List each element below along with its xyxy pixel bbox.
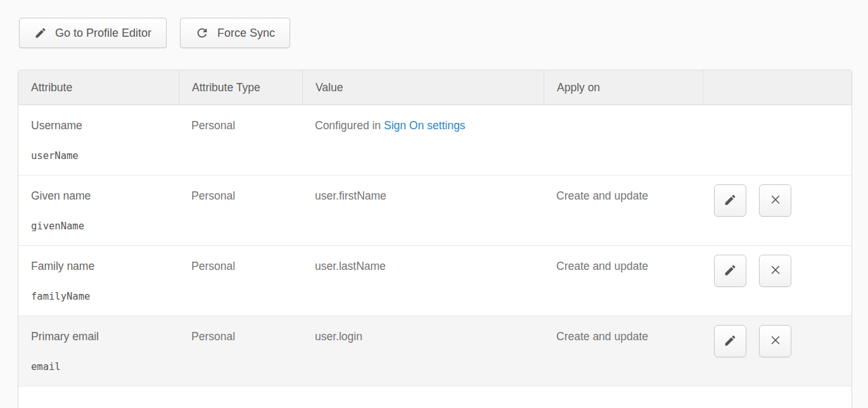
edit-icon <box>724 193 737 208</box>
attribute-value-cell: user.login <box>302 316 544 386</box>
header-apply-on: Apply on <box>544 70 703 105</box>
edit-attribute-button[interactable] <box>714 255 746 287</box>
attribute-label: Given name <box>31 189 166 203</box>
table-row: Primary email email Personal user.login … <box>18 316 852 386</box>
sign-on-settings-link[interactable]: Sign On settings <box>384 119 465 132</box>
row-actions <box>703 316 852 386</box>
apply-on-cell: Create and update <box>544 316 703 386</box>
table-body: Username userName Personal Configured in… <box>18 105 852 386</box>
go-to-profile-editor-label: Go to Profile Editor <box>55 27 151 40</box>
table-header-row: Attribute Attribute Type Value Apply on <box>18 70 852 105</box>
attribute-type-cell: Personal <box>179 175 302 245</box>
value-text: user.firstName <box>315 189 386 202</box>
delete-attribute-button[interactable] <box>759 255 791 287</box>
delete-attribute-button[interactable] <box>759 325 791 357</box>
value-text: Configured in <box>315 119 384 132</box>
table-row: Given name givenName Personal user.first… <box>18 175 852 246</box>
attribute-type-cell: Personal <box>179 316 302 386</box>
attribute-cell: Given name givenName <box>18 175 179 245</box>
apply-on-cell <box>544 105 703 175</box>
attribute-value-cell: user.lastName <box>302 246 544 316</box>
pencil-icon <box>34 27 47 39</box>
value-text: user.login <box>315 330 362 343</box>
attribute-variable-name: givenName <box>31 219 166 233</box>
apply-on-cell: Create and update <box>544 175 703 245</box>
attribute-type-cell: Personal <box>179 105 302 175</box>
header-value: Value <box>302 70 544 105</box>
attribute-cell: Username userName <box>18 105 179 175</box>
edit-attribute-button[interactable] <box>714 184 746 217</box>
toolbar: Go to Profile Editor Force Sync <box>19 18 290 48</box>
header-attribute-type: Attribute Type <box>179 70 302 105</box>
close-icon <box>769 193 782 208</box>
attribute-variable-name: userName <box>31 149 166 163</box>
attribute-label: Primary email <box>31 329 166 343</box>
attribute-mappings-table: Attribute Attribute Type Value Apply on … <box>18 70 852 408</box>
attribute-value-cell: Configured in Sign On settings <box>302 105 544 175</box>
attribute-cell: Family name familyName <box>18 246 179 316</box>
row-actions <box>703 246 852 316</box>
apply-on-cell: Create and update <box>544 246 703 316</box>
edit-icon <box>724 334 737 349</box>
attribute-type-cell: Personal <box>179 246 302 316</box>
attribute-variable-name: familyName <box>31 290 166 303</box>
table-row: Family name familyName Personal user.las… <box>18 246 852 316</box>
attribute-label: Family name <box>31 259 166 273</box>
header-actions <box>703 70 852 105</box>
header-attribute: Attribute <box>18 70 179 105</box>
attribute-variable-name: email <box>31 360 166 374</box>
row-actions <box>703 175 852 245</box>
force-sync-label: Force Sync <box>217 27 275 40</box>
value-text: user.lastName <box>315 260 386 272</box>
edit-icon <box>724 264 737 279</box>
edit-attribute-button[interactable] <box>714 325 746 357</box>
attribute-value-cell: user.firstName <box>302 175 544 245</box>
close-icon <box>769 264 782 278</box>
empty-row <box>18 386 852 408</box>
force-sync-button[interactable]: Force Sync <box>180 18 290 48</box>
delete-attribute-button[interactable] <box>759 184 791 217</box>
go-to-profile-editor-button[interactable]: Go to Profile Editor <box>19 18 167 48</box>
attribute-label: Username <box>31 118 166 132</box>
refresh-icon <box>195 26 209 40</box>
close-icon <box>769 334 782 348</box>
attribute-cell: Primary email email <box>18 316 179 386</box>
table-row: Username userName Personal Configured in… <box>18 105 852 175</box>
